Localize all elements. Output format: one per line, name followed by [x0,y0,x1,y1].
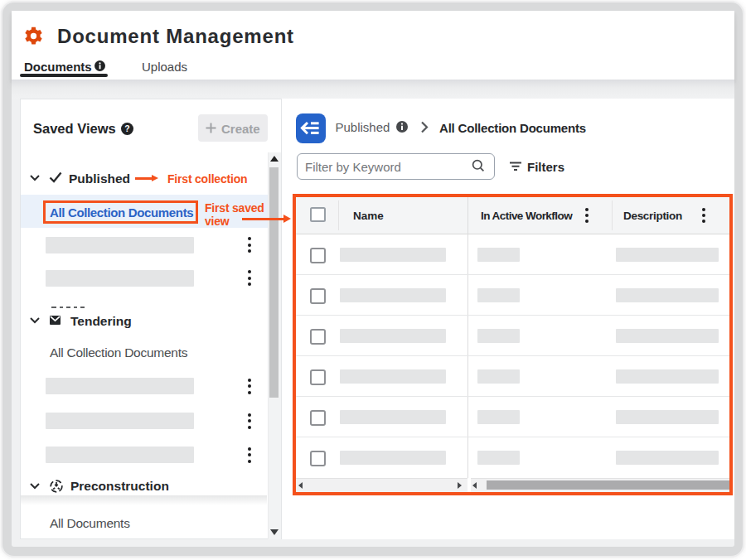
svg-text:?: ? [124,123,129,133]
